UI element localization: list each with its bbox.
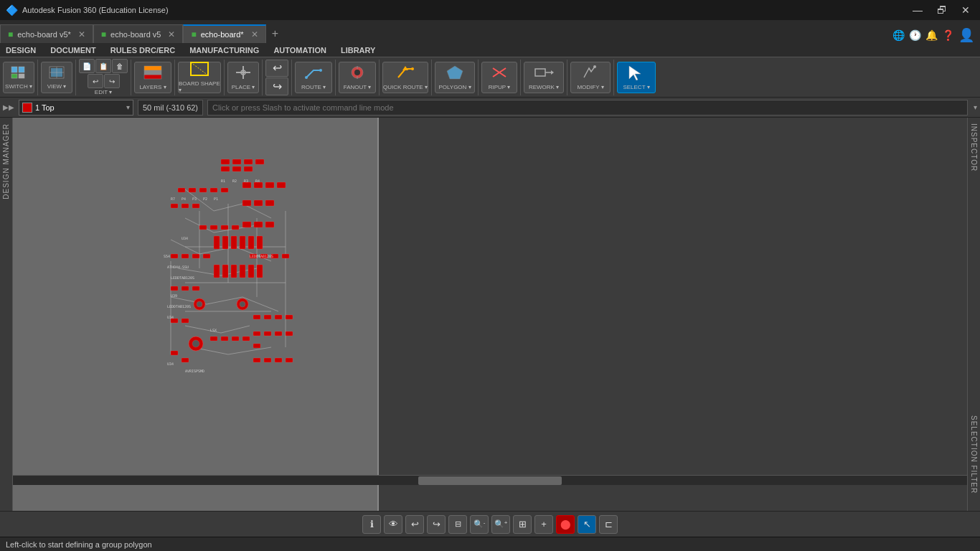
tab-add-button[interactable]: + [266,24,284,43]
tab-bar: ■ echo-board v5* ✕ ■ echo-board v5 ✕ ■ e… [0,20,980,43]
tab-close-3[interactable]: ✕ [251,29,258,39]
svg-rect-106 [171,286,178,291]
route-button[interactable]: ROUTE ▾ [295,62,332,93]
svg-text:R3: R3 [244,179,248,183]
svg-rect-130 [171,351,178,355]
fanout-svg [347,65,367,80]
hist-undo-button[interactable]: ↩ [265,60,288,77]
bt-redo-button[interactable]: ↪ [427,515,446,534]
canvas-left[interactable]: R1 R2 R3 R4 R7 P4 P3 P2 P1 U34 S54 ATH04… [13,118,379,511]
bt-zoom-out-button[interactable]: 🔍 - [470,515,489,534]
h-scrollbar[interactable] [13,475,967,485]
menu-automation[interactable]: AUTOMATION [270,44,329,56]
route-svg [303,65,324,80]
svg-point-30 [593,65,596,68]
hist-redo-button[interactable]: ↪ [265,77,288,95]
bt-info-button[interactable]: ℹ [362,515,381,534]
menu-library[interactable]: LIBRARY [338,44,378,56]
menu-document[interactable]: DOCUMENT [47,44,99,56]
design-manager-label[interactable]: DESIGN MANAGER [1,121,11,202]
bt-undo-button[interactable]: ↩ [405,515,424,534]
svg-text:LSX: LSX [210,328,217,332]
ripup-button[interactable]: RIPUP ▾ [481,62,517,93]
fanout-button[interactable]: FANOUT ▾ [339,62,376,93]
svg-rect-3 [19,74,24,78]
svg-rect-27 [535,69,545,76]
modify-svg [580,65,600,80]
edit-top-row: 📄 📋 🗑 [79,59,128,73]
bt-stop-button[interactable]: ⬤ [556,515,575,534]
svg-rect-60 [255,159,264,164]
close-button[interactable]: ✕ [957,3,974,17]
command-dropdown-arrow[interactable]: ▾ [974,103,977,111]
select-svg [626,65,646,80]
layers-button[interactable]: LAYERS ▾ [134,62,171,93]
place-icon [235,65,252,83]
bt-zoom-in-button[interactable]: 🔍 + [491,515,510,534]
tab-echo-board-v5-star[interactable]: ■ echo-board v5* ✕ [0,24,93,43]
bt-undo-icon: ↩ [411,519,419,529]
maximize-button[interactable]: 🗗 [933,3,951,17]
tab-icon-3: ■ [191,29,196,39]
layer-expand-icon[interactable]: ▶▶ [3,103,14,111]
tab-echo-board-v5[interactable]: ■ echo-board v5 ✕ [93,24,184,43]
modify-button[interactable]: MODIFY ▾ [570,62,611,93]
edit-new-button[interactable]: 📄 [79,59,95,73]
svg-rect-101 [222,265,228,278]
menu-manufacturing[interactable]: MANUFACTURING [187,44,262,56]
tab-close-2[interactable]: ✕ [168,29,175,39]
view-button[interactable]: VIEW ▾ [41,62,72,93]
switch-button[interactable]: SWITCH ▾ [3,62,34,93]
scroll-thumb[interactable] [418,476,562,485]
svg-rect-107 [182,286,189,291]
command-input[interactable] [207,100,968,116]
edit-copy-button[interactable]: 📋 [95,59,111,73]
board-shape-button[interactable]: BOARD SHAPE ▾ [178,62,221,93]
svg-rect-94 [192,254,199,258]
tab-web-icon[interactable]: 🌐 [892,29,905,41]
tab-label-2: echo-board v5 [110,30,161,39]
layer-selector[interactable]: 1 Top ▾ [19,100,133,116]
bt-add-button[interactable]: + [534,515,553,534]
svg-rect-90 [248,236,254,249]
canvas-area[interactable]: R1 R2 R3 R4 R7 P4 P3 P2 P1 U34 S54 ATH04… [13,118,967,511]
polygon-button[interactable]: POLYGON ▾ [435,62,475,93]
title-bar-controls[interactable]: — 🗗 ✕ [908,3,974,17]
menu-design[interactable]: DESIGN [3,44,39,56]
place-button[interactable]: PLACE ▾ [227,62,259,93]
bt-route-mode-button[interactable]: ⊏ [599,515,618,534]
bt-select-mode-button[interactable]: ↖ [578,515,596,534]
svg-line-12 [191,62,208,75]
svg-rect-0 [11,67,17,72]
layer-color-box [22,103,32,113]
bt-visibility-button[interactable]: 👁 [384,515,402,534]
tab-history-icon[interactable]: 🕐 [909,29,921,41]
select-button[interactable]: SELECT ▾ [617,62,656,93]
view-label: VIEW ▾ [47,83,67,90]
bt-grid-button[interactable]: ⊞ [513,515,532,534]
tab-help-icon[interactable]: ❓ [942,29,954,41]
menu-rules-drc-erc[interactable]: RULES DRC/ERC [108,44,178,56]
tab-notification-icon[interactable]: 🔔 [925,29,938,41]
toolbar-group-edit: 📄 📋 🗑 ↩ ↪ EDIT ▾ [79,60,131,95]
svg-rect-83 [242,222,251,227]
minimize-button[interactable]: — [908,3,927,17]
tab-close-1[interactable]: ✕ [78,29,85,39]
layers-svg [143,65,163,80]
undo-button[interactable]: ↩ [88,74,103,88]
status-message: Left-click to start defining a group pol… [6,540,152,549]
canvas-right[interactable] [379,118,967,511]
rework-button[interactable]: REWORK ▾ [524,62,564,93]
redo-button[interactable]: ↪ [104,74,120,88]
bt-zoom-fit-button[interactable]: ⊟ [448,515,467,534]
quick-route-button[interactable]: QUICK ROUTE ▾ [382,62,428,93]
tab-avatar[interactable]: 👤 [958,27,974,43]
svg-rect-65 [189,188,196,192]
edit-delete-button[interactable]: 🗑 [112,59,128,73]
polygon-svg [445,65,465,80]
selection-filter-label[interactable]: SELECTION FILTER [969,413,979,496]
inspector-label[interactable]: INSPECTOR [969,121,979,174]
svg-rect-102 [231,265,237,278]
svg-rect-61 [221,166,230,171]
tab-echo-board-star[interactable]: ■ echo-board* ✕ [183,24,265,43]
